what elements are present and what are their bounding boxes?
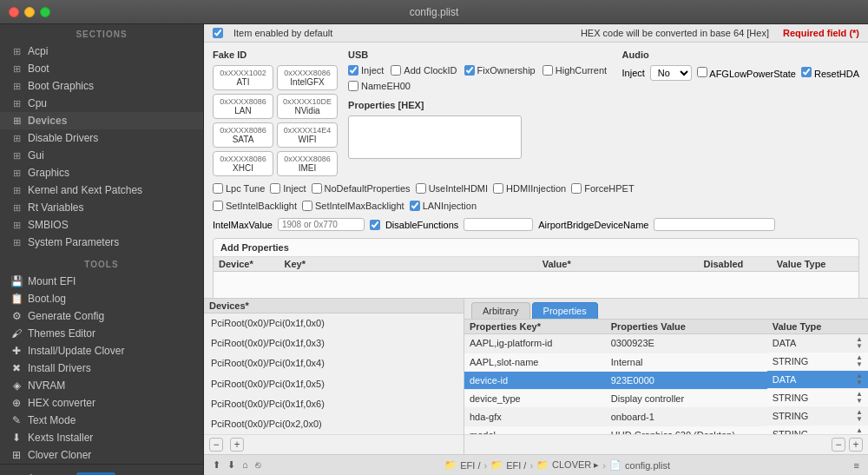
- no-default-props-checkbox[interactable]: [312, 183, 322, 194]
- sidebar-item-gui[interactable]: Gui: [0, 147, 203, 164]
- usb-fixownership-label[interactable]: FixOwnership: [464, 65, 536, 76]
- afg-label[interactable]: AFGLowPowerState: [697, 67, 796, 79]
- list-item[interactable]: PciRoot(0x0)/Pci(0x1f,0x0): [204, 313, 464, 333]
- close-button[interactable]: [9, 7, 19, 17]
- fake-id-intelgfx[interactable]: 0xXXXX8086 IntelGFX: [277, 65, 338, 90]
- status-icon-4[interactable]: ⎋: [255, 459, 261, 471]
- set-intel-max-backlight-label[interactable]: SetIntelMaxBacklight: [302, 201, 404, 211]
- fake-id-ati[interactable]: 0xXXXX1002 ATI: [213, 65, 273, 90]
- usb-highcurrent-label[interactable]: HighCurrent: [542, 65, 607, 76]
- sidebar-item-rt-variables[interactable]: Rt Variables: [0, 199, 203, 216]
- usb-addclock-checkbox[interactable]: [391, 65, 401, 76]
- use-intel-hdmi-checkbox[interactable]: [416, 183, 426, 194]
- inject-label[interactable]: Inject: [270, 183, 306, 194]
- usb-inject-label[interactable]: Inject: [348, 65, 384, 76]
- sidebar-item-clover-cloner[interactable]: ⊞ Clover Cloner: [0, 446, 203, 464]
- list-item[interactable]: PciRoot(0x0)/Pci(0x1f,0x6): [204, 393, 464, 413]
- sidebar-item-mount-efi[interactable]: 💾 Mount EFI: [0, 273, 203, 290]
- remove-prop-button[interactable]: −: [832, 438, 845, 452]
- intel-max-input[interactable]: [278, 218, 365, 231]
- upload-icon[interactable]: ⬆: [26, 472, 36, 475]
- sidebar-item-install-drivers[interactable]: ✖ Install Drivers: [0, 360, 203, 377]
- lpc-tune-label[interactable]: Lpc Tune: [213, 183, 265, 194]
- sidebar-item-bootlog[interactable]: 📋 Boot.log: [0, 290, 203, 307]
- disable-functions-input[interactable]: [464, 218, 533, 231]
- usb-nameeh00-label[interactable]: NameEH00: [348, 81, 411, 91]
- sidebar-item-smbios[interactable]: SMBIOS: [0, 216, 203, 234]
- sidebar-item-system-parameters[interactable]: System Parameters: [0, 234, 203, 251]
- reset-hda-label[interactable]: ResetHDA: [801, 67, 859, 79]
- hdmi-injection-checkbox[interactable]: [493, 183, 503, 194]
- fake-id-wifi[interactable]: 0xXXXX14E4 WIFI: [277, 122, 338, 148]
- table-row[interactable]: device-id923E0000DATA▲▼: [464, 371, 868, 389]
- sidebar-item-boot[interactable]: Boot: [0, 60, 203, 77]
- status-icon-2[interactable]: ⬇: [227, 459, 235, 471]
- list-item[interactable]: PciRoot(0x0)/Pci(0x1f,0x4): [204, 353, 464, 373]
- tab-properties[interactable]: Properties: [532, 302, 598, 319]
- minimize-button[interactable]: [24, 7, 35, 17]
- disable-functions-checkbox[interactable]: [370, 220, 380, 230]
- add-device-button[interactable]: +: [230, 438, 244, 452]
- status-icon-1[interactable]: ⬆: [213, 459, 220, 471]
- lan-injection-checkbox[interactable]: [410, 201, 420, 211]
- usb-fixownership-checkbox[interactable]: [464, 65, 475, 76]
- table-row[interactable]: modelUHD Graphics 630 (Desktop)STRING▲▼: [464, 426, 868, 434]
- donate-button[interactable]: Donate: [76, 472, 115, 476]
- tab-arbitrary[interactable]: Arbitrary: [471, 302, 530, 319]
- sidebar-item-themes-editor[interactable]: 🖌 Themes Editor: [0, 325, 203, 342]
- sidebar-item-disable-drivers[interactable]: Disable Drivers: [0, 129, 203, 147]
- fake-id-sata[interactable]: 0xXXXX8086 SATA: [213, 122, 273, 148]
- maximize-button[interactable]: [40, 7, 50, 17]
- remove-device-button[interactable]: −: [209, 438, 223, 452]
- sidebar-item-kernel-kext[interactable]: Kernel and Kext Patches: [0, 181, 203, 199]
- fake-id-xhci[interactable]: 0xXXXX8086 XHCI: [213, 151, 273, 176]
- fake-id-imei[interactable]: 0xXXXX8086 IMEI: [277, 151, 338, 176]
- hdmi-injection-label[interactable]: HDMIInjection: [493, 183, 566, 194]
- home-icon[interactable]: ⌂: [45, 472, 52, 475]
- afg-checkbox[interactable]: [697, 67, 707, 77]
- item-enabled-checkbox[interactable]: [213, 28, 223, 38]
- usb-add-clock-label[interactable]: Add ClockID: [391, 65, 457, 76]
- use-intel-hdmi-label[interactable]: UseIntelHDMI: [416, 183, 488, 194]
- properties-hex-input[interactable]: [348, 115, 522, 159]
- sidebar-item-kexts-installer[interactable]: ⬇ Kexts Installer: [0, 429, 203, 446]
- audio-inject-select[interactable]: No Yes 1 2 3: [650, 65, 692, 81]
- fake-id-nvidia[interactable]: 0xXXXX10DE NVidia: [277, 94, 338, 119]
- sidebar-item-generate-config[interactable]: ⚙ Generate Config: [0, 307, 203, 325]
- airport-input[interactable]: [654, 218, 775, 231]
- sidebar-item-boot-graphics[interactable]: Boot Graphics: [0, 77, 203, 95]
- sidebar-item-graphics[interactable]: Graphics: [0, 164, 203, 181]
- set-intel-backlight-checkbox[interactable]: [213, 201, 223, 211]
- login-icon[interactable]: ↪: [7, 472, 17, 475]
- fake-id-lan[interactable]: 0xXXXX8086 LAN: [213, 94, 273, 119]
- list-item[interactable]: PciRoot(0x0)/Pci(0x2,0x0): [204, 413, 464, 433]
- force-hpet-checkbox[interactable]: [571, 183, 582, 194]
- sidebar-item-nvram[interactable]: ◈ NVRAM: [0, 377, 203, 394]
- usb-nameeh00-checkbox[interactable]: [348, 81, 358, 91]
- table-row[interactable]: AAPL,ig-platform-id0300923EDATA▲▼: [464, 334, 868, 353]
- sidebar-item-devices[interactable]: Devices: [0, 112, 203, 129]
- sidebar-item-acpi[interactable]: Acpi: [0, 43, 203, 60]
- sidebar-item-text-mode[interactable]: ✎ Text Mode: [0, 412, 203, 429]
- inject-checkbox[interactable]: [270, 183, 280, 194]
- sidebar-item-cpu[interactable]: Cpu: [0, 95, 203, 112]
- list-item[interactable]: PciRoot(0x0)/Pci(0x1f,0x3): [204, 333, 464, 353]
- lpc-tune-checkbox[interactable]: [213, 183, 223, 194]
- usb-highcurrent-checkbox[interactable]: [542, 65, 553, 76]
- sidebar-item-install-clover[interactable]: ✚ Install/Update Clover: [0, 342, 203, 360]
- list-item[interactable]: PciRoot(0x0)/Pci(0x1f,0x5): [204, 373, 464, 393]
- reset-hda-checkbox[interactable]: [801, 67, 812, 77]
- table-row[interactable]: hda-gfxonboard-1STRING▲▼: [464, 407, 868, 426]
- table-row[interactable]: device_typeDisplay controllerSTRING▲▼: [464, 389, 868, 407]
- share-icon[interactable]: ⎋: [61, 472, 68, 475]
- force-hpet-label[interactable]: ForceHPET: [571, 183, 634, 194]
- set-intel-max-backlight-checkbox[interactable]: [302, 201, 312, 211]
- status-menu-icon[interactable]: ≡: [854, 460, 859, 471]
- add-prop-button[interactable]: +: [849, 438, 863, 452]
- status-icon-3[interactable]: ⌂: [242, 459, 248, 471]
- usb-inject-checkbox[interactable]: [348, 65, 358, 76]
- set-intel-backlight-label[interactable]: SetIntelBacklight: [213, 201, 297, 211]
- no-default-props-label[interactable]: NoDefaultProperties: [312, 183, 411, 194]
- sidebar-item-hex-converter[interactable]: ⊕ HEX converter: [0, 394, 203, 412]
- lan-injection-label[interactable]: LANInjection: [410, 201, 477, 211]
